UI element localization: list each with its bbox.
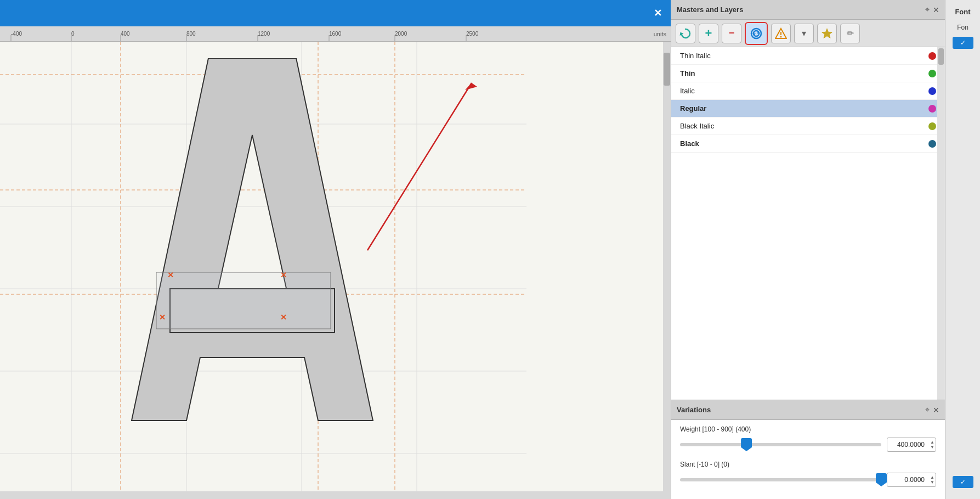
- edit-pen-button[interactable]: ✏: [840, 24, 860, 43]
- control-point-2[interactable]: ✕: [280, 271, 286, 276]
- layer-name-regular: Regular: [680, 104, 706, 113]
- masters-toolbar: + − ▾: [671, 20, 945, 47]
- weight-slider-row: 400.0000 ▲ ▼: [680, 438, 936, 452]
- sync-icon: [750, 27, 763, 40]
- weight-slider-thumb[interactable]: [741, 438, 752, 451]
- layer-item-black-italic[interactable]: Black Italic: [671, 117, 945, 135]
- warning-button[interactable]: [771, 24, 791, 43]
- slant-up-arrow[interactable]: ▲: [930, 475, 934, 480]
- weight-value-input[interactable]: 400.0000 ▲ ▼: [887, 438, 936, 452]
- layer-name-italic: Italic: [680, 87, 695, 95]
- warning-icon: [775, 27, 787, 40]
- dropdown-button[interactable]: ▾: [794, 24, 814, 43]
- layer-item-regular[interactable]: Regular: [671, 100, 945, 117]
- slant-slider-thumb[interactable]: [876, 473, 887, 486]
- layer-dot-black: [928, 140, 936, 148]
- svg-marker-34: [822, 29, 832, 38]
- glyph-svg: [99, 58, 406, 453]
- sync-button[interactable]: [745, 22, 768, 45]
- right-panel: Masters and Layers ⌖ ✕ + −: [671, 0, 945, 499]
- svg-rect-23: [170, 289, 335, 333]
- weight-value-text: 400.0000: [887, 441, 933, 448]
- vertical-scroll-thumb[interactable]: [664, 53, 670, 86]
- variations-panel-title: Variations: [677, 406, 711, 414]
- masters-panel-title: Masters and Layers: [677, 5, 743, 14]
- ruler: -400 0 400 800 1200 1600 2000 2500 units: [0, 26, 671, 42]
- refresh-icon: [679, 27, 692, 40]
- variations-panel: Variations ⌖ ✕ Weight [100 - 900] (400) …: [671, 400, 945, 499]
- masters-panel-actions: ⌖ ✕: [925, 5, 939, 14]
- refresh-button[interactable]: [676, 24, 695, 43]
- add-layer-button[interactable]: +: [699, 24, 718, 43]
- slant-slider-row: 0.0000 ▲ ▼: [680, 473, 936, 487]
- svg-marker-29: [757, 31, 760, 33]
- layer-name-black-italic: Black Italic: [680, 122, 714, 130]
- slant-variation-row: Slant [-10 - 0] (0) 0.0000 ▲ ▼: [671, 455, 945, 490]
- weight-spinner[interactable]: ▲ ▼: [930, 440, 934, 450]
- slant-down-arrow[interactable]: ▼: [930, 480, 934, 485]
- variations-close-icon[interactable]: ✕: [933, 406, 939, 414]
- font-panel-dropdown-bottom[interactable]: ✓: [953, 476, 973, 488]
- weight-down-arrow[interactable]: ▼: [930, 445, 934, 450]
- masters-panel: Masters and Layers ⌖ ✕ + −: [671, 0, 945, 400]
- slant-slider-track[interactable]: [680, 478, 881, 481]
- weight-up-arrow[interactable]: ▲: [930, 440, 934, 445]
- svg-marker-30: [752, 33, 756, 36]
- star-icon: [822, 28, 832, 39]
- layer-list-scrollbar[interactable]: [937, 47, 945, 400]
- weight-variation-row: Weight [100 - 900] (400) 400.0000 ▲ ▼: [671, 420, 945, 455]
- masters-panel-header: Masters and Layers ⌖ ✕: [671, 0, 945, 20]
- ruler-units-label: units: [654, 31, 666, 37]
- layer-dot-black-italic: [928, 122, 936, 130]
- masters-close-icon[interactable]: ✕: [933, 5, 939, 14]
- font-panel-title: Font: [955, 0, 970, 20]
- slant-value-text: 0.0000: [887, 476, 933, 484]
- slant-spinner[interactable]: ▲ ▼: [930, 475, 934, 485]
- variations-header: Variations ⌖ ✕: [671, 400, 945, 420]
- font-panel: Font Fon ✓ ✓: [945, 0, 980, 499]
- weight-label: Weight [100 - 900] (400): [680, 425, 936, 433]
- layer-dot-regular: [928, 105, 936, 113]
- layer-name-thin-italic: Thin Italic: [680, 52, 711, 60]
- control-point-4[interactable]: ✕: [280, 313, 286, 318]
- masters-pin-icon[interactable]: ⌖: [925, 5, 930, 14]
- layer-item-black[interactable]: Black: [671, 135, 945, 153]
- variations-pin-icon[interactable]: ⌖: [925, 405, 930, 414]
- layer-scrollbar-thumb[interactable]: [938, 48, 944, 65]
- layer-name-black: Black: [680, 139, 699, 148]
- title-bar-close-button[interactable]: ✕: [649, 5, 666, 21]
- layer-dot-italic: [928, 87, 936, 95]
- title-bar: ✕: [0, 0, 671, 26]
- layer-dot-thin-italic: [928, 52, 936, 60]
- layer-item-thin[interactable]: Thin: [671, 65, 945, 82]
- svg-marker-26: [465, 83, 477, 90]
- layer-item-thin-italic[interactable]: Thin Italic: [671, 47, 945, 65]
- horizontal-scrollbar[interactable]: [0, 491, 663, 499]
- font-panel-label: Fon: [955, 20, 971, 35]
- star-button[interactable]: [817, 24, 837, 43]
- slant-label: Slant [-10 - 0] (0): [680, 461, 936, 468]
- main-editor: ✕ -400 0 400 800 1200 1600 2000 2500 uni…: [0, 0, 671, 499]
- weight-slider-track[interactable]: [680, 443, 881, 446]
- svg-point-33: [780, 36, 782, 37]
- layer-list: Thin Italic Thin Italic Regular Black It…: [671, 47, 945, 400]
- layer-item-italic[interactable]: Italic: [671, 82, 945, 100]
- slant-value-input[interactable]: 0.0000 ▲ ▼: [887, 473, 936, 487]
- layer-name-thin: Thin: [680, 69, 695, 77]
- variations-header-actions: ⌖ ✕: [925, 405, 939, 414]
- layer-dot-thin: [928, 70, 936, 77]
- font-panel-dropdown-top[interactable]: ✓: [953, 37, 973, 49]
- control-point-3[interactable]: ✕: [159, 313, 165, 318]
- canvas-area[interactable]: ✕ ✕ ✕ ✕: [0, 42, 671, 499]
- ruler-ticks-svg: [0, 35, 526, 42]
- vertical-scrollbar[interactable]: [663, 42, 671, 499]
- remove-layer-button[interactable]: −: [722, 24, 741, 43]
- control-point-1[interactable]: ✕: [167, 271, 173, 276]
